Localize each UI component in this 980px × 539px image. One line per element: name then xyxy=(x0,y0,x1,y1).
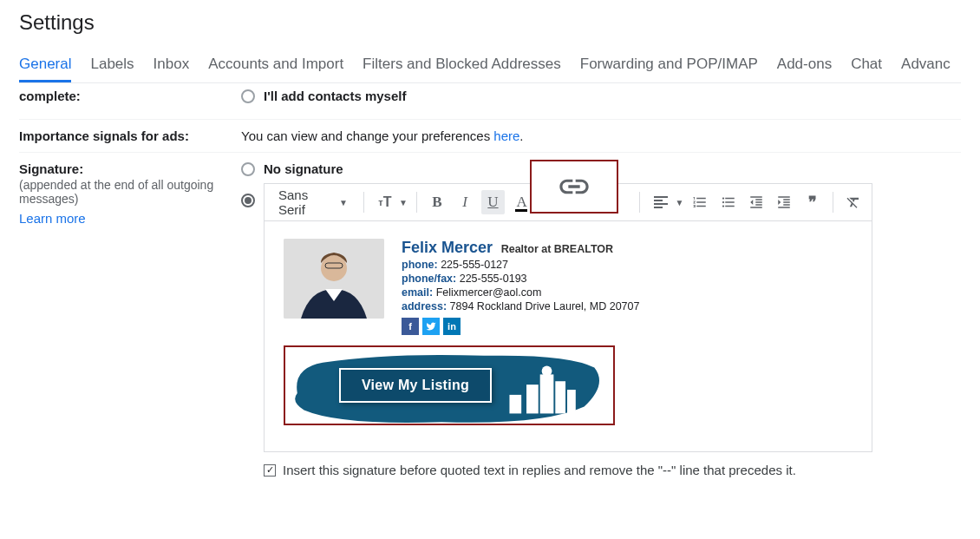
link-icon xyxy=(543,169,605,204)
signature-subtext: (appended at the end of all outgoing mes… xyxy=(19,178,231,206)
tab-filters[interactable]: Filters and Blocked Addresses xyxy=(363,50,561,82)
svg-rect-5 xyxy=(555,381,565,413)
importance-text-pre: You can view and change your preferences xyxy=(241,128,493,143)
signature-editor[interactable]: Felix Mercer Realtor at BREALTOR phone: … xyxy=(264,221,872,452)
caret-down-icon: ▼ xyxy=(399,198,408,207)
tab-addons[interactable]: Add-ons xyxy=(777,50,832,82)
signature-toolbar: Sans Serif ▼ тT ▼ B xyxy=(264,183,872,221)
fax-label: phone/fax: xyxy=(402,273,456,285)
radio-no-signature-label: No signature xyxy=(264,161,343,176)
tab-inbox[interactable]: Inbox xyxy=(154,50,190,82)
caret-down-icon: ▼ xyxy=(339,198,348,207)
settings-tabs: General Labels Inbox Accounts and Import… xyxy=(19,50,961,83)
caret-down-icon: ▼ xyxy=(675,198,683,207)
numbered-list-button[interactable] xyxy=(689,190,711,214)
label-importance: Importance signals for ads: xyxy=(19,128,241,143)
address-label: address: xyxy=(402,300,447,312)
fax-value: 225-555-0193 xyxy=(460,273,527,285)
svg-rect-3 xyxy=(526,385,539,413)
linkedin-icon[interactable]: in xyxy=(443,318,461,335)
align-dropdown[interactable]: ▼ xyxy=(649,190,683,214)
font-family-dropdown[interactable]: Sans Serif ▼ xyxy=(271,186,355,219)
phone-value: 225-555-0127 xyxy=(441,259,508,271)
twitter-icon[interactable] xyxy=(422,318,440,335)
remove-formatting-button[interactable] xyxy=(842,190,865,214)
page-title: Settings xyxy=(19,10,961,35)
tab-advanced[interactable]: Advanc xyxy=(901,50,951,82)
signature-name: Felix Mercer xyxy=(402,239,493,256)
insert-before-quoted-checkbox[interactable]: ✓ xyxy=(264,464,276,477)
signature-title: Realtor at BREALTOR xyxy=(501,243,613,255)
row-autocomplete: complete: I'll add contacts myself xyxy=(19,83,961,120)
address-value: 7894 Rockland Drive Laurel, MD 20707 xyxy=(450,300,640,312)
bold-button[interactable]: B xyxy=(426,190,448,214)
text-size-icon: тT xyxy=(373,190,397,214)
signature-avatar xyxy=(284,239,384,319)
separator xyxy=(833,192,833,213)
italic-button[interactable]: I xyxy=(454,190,476,214)
quote-button[interactable]: ❞ xyxy=(800,190,823,214)
svg-point-7 xyxy=(542,366,552,377)
svg-rect-8 xyxy=(509,395,521,414)
label-autocomplete: complete: xyxy=(19,89,241,103)
phone-label: phone: xyxy=(402,259,438,271)
email-label: email: xyxy=(402,286,433,299)
radio-add-myself-label: I'll add contacts myself xyxy=(264,89,406,103)
indent-more-button[interactable] xyxy=(773,190,795,214)
radio-use-signature[interactable] xyxy=(241,194,255,207)
email-value: Felixmercer@aol.com xyxy=(436,286,542,299)
svg-rect-4 xyxy=(540,374,554,413)
signature-banner: View My Listing xyxy=(284,345,615,425)
separator xyxy=(639,192,640,213)
tab-general[interactable]: General xyxy=(19,50,71,82)
separator xyxy=(363,192,364,213)
svg-rect-6 xyxy=(567,390,576,413)
insert-before-quoted-label: Insert this signature before quoted text… xyxy=(283,463,796,477)
label-signature: Signature: xyxy=(19,161,231,176)
tab-labels[interactable]: Labels xyxy=(90,50,134,82)
indent-less-button[interactable] xyxy=(745,190,768,214)
font-size-dropdown[interactable]: тT ▼ xyxy=(373,190,408,214)
row-importance: Importance signals for ads: You can view… xyxy=(19,120,961,153)
row-signature: Signature: (appended at the end of all o… xyxy=(19,153,961,493)
facebook-icon[interactable]: f xyxy=(402,318,419,335)
align-icon xyxy=(649,190,673,214)
tab-accounts[interactable]: Accounts and Import xyxy=(208,50,343,82)
separator xyxy=(416,192,417,213)
preferences-link[interactable]: here xyxy=(493,128,519,143)
bulleted-list-button[interactable] xyxy=(717,190,740,214)
tab-chat[interactable]: Chat xyxy=(851,50,882,82)
underline-button[interactable]: U xyxy=(481,190,504,214)
radio-no-signature[interactable] xyxy=(241,162,255,176)
tab-forwarding[interactable]: Forwarding and POP/IMAP xyxy=(580,50,758,82)
importance-text-post: . xyxy=(519,128,523,143)
view-listing-button[interactable]: View My Listing xyxy=(339,368,492,403)
link-button-callout[interactable] xyxy=(530,160,618,214)
learn-more-link[interactable]: Learn more xyxy=(19,211,86,226)
radio-add-myself[interactable] xyxy=(241,89,255,103)
